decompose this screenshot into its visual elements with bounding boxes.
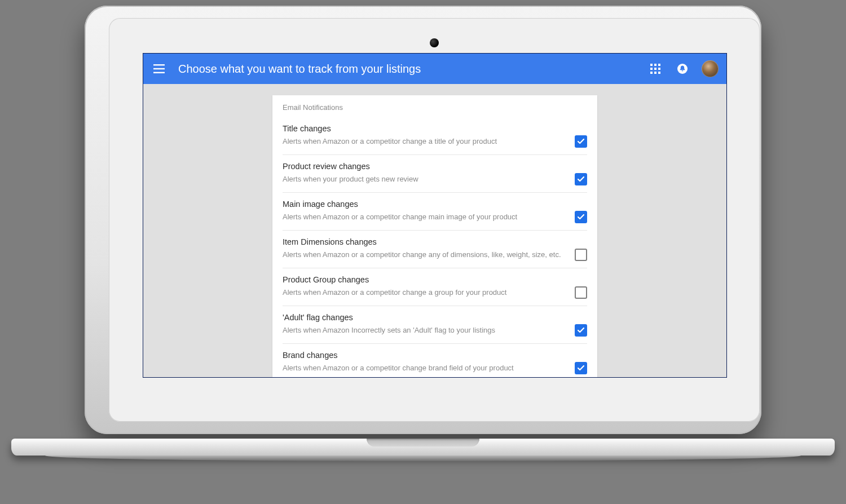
setting-checkbox[interactable] [575,362,587,374]
content-area: Email Notifications Title changesAlerts … [143,84,726,377]
svg-rect-4 [654,64,656,66]
setting-description: Alerts when Amazon or a competitor chang… [283,363,567,373]
setting-row: Main image changesAlerts when Amazon or … [283,193,587,231]
setting-description: Alerts when Amazon or a competitor chang… [283,136,567,147]
avatar[interactable] [702,60,719,77]
svg-rect-2 [153,72,165,73]
camera-icon [430,38,439,47]
menu-icon[interactable] [151,61,167,77]
svg-rect-3 [650,64,653,66]
svg-rect-11 [658,72,660,74]
setting-row: Title changesAlerts when Amazon or a com… [283,117,587,155]
settings-card: Email Notifications Title changesAlerts … [272,95,597,377]
svg-rect-8 [658,68,660,70]
laptop-lid: Choose what you want to track from your … [85,6,761,434]
section-label: Email Notifications [283,103,587,112]
setting-title: Brand changes [283,351,567,360]
setting-checkbox[interactable] [575,324,587,337]
setting-title: Product Group changes [283,275,567,284]
setting-checkbox[interactable] [575,135,587,148]
setting-title: Item Dimensions changes [283,237,567,246]
laptop-frame: Choose what you want to track from your … [73,6,773,451]
setting-row: Product Group changesAlerts when Amazon … [283,268,587,306]
setting-checkbox[interactable] [575,173,587,185]
setting-title: Title changes [283,124,567,133]
setting-checkbox[interactable] [575,211,587,223]
setting-row: 'Adult' flag changesAlerts when Amazon I… [283,306,587,344]
setting-checkbox[interactable] [575,286,587,299]
svg-rect-0 [153,64,165,65]
apps-grid-icon[interactable] [647,61,663,77]
laptop-base [11,439,835,474]
setting-row: Item Dimensions changesAlerts when Amazo… [283,231,587,268]
setting-title: Main image changes [283,200,567,209]
setting-checkbox[interactable] [575,249,587,261]
setting-description: Alerts when Amazon or a competitor chang… [283,212,567,222]
setting-title: Product review changes [283,162,567,171]
setting-title: 'Adult' flag changes [283,313,567,322]
svg-rect-7 [654,68,656,70]
app-screen: Choose what you want to track from your … [143,53,727,378]
notifications-icon[interactable] [675,61,690,77]
svg-rect-5 [658,64,660,66]
page-title: Choose what you want to track from your … [178,63,421,76]
setting-description: Alerts when Amazon Incorrectly sets an '… [283,325,567,335]
svg-rect-9 [650,72,653,74]
svg-rect-10 [654,72,656,74]
app-bar: Choose what you want to track from your … [143,54,726,84]
setting-row: Brand changesAlerts when Amazon or a com… [283,344,587,377]
setting-description: Alerts when Amazon or a competitor chang… [283,250,567,260]
svg-rect-6 [650,68,653,70]
setting-description: Alerts when your product gets new review [283,174,567,184]
svg-rect-1 [153,68,165,69]
setting-description: Alerts when Amazon or a competitor chang… [283,288,567,298]
setting-row: Product review changesAlerts when your p… [283,155,587,193]
screen-bezel: Choose what you want to track from your … [109,18,760,422]
